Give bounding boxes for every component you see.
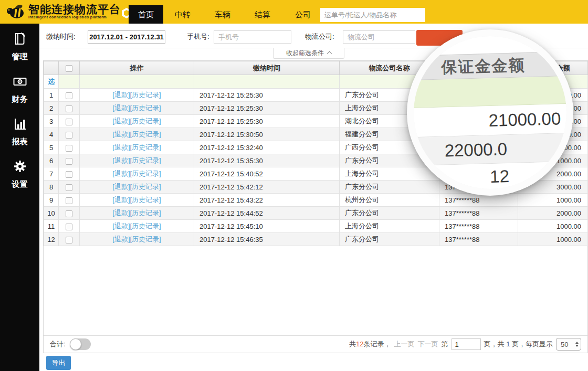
operation-cell: [退款][历史记录] (80, 154, 194, 167)
bee-logo-icon (5, 2, 26, 20)
phone-label: 手机号: (187, 32, 209, 41)
magnifier-lens-view: 保证金金额 21000.00 22000.0 12 (414, 36, 566, 189)
table-row: 11[退款][历史记录]2017-12-12 15:45:10上海分公司137*… (44, 220, 588, 233)
history-link[interactable]: [历史记录] (130, 235, 161, 243)
filter-cell (59, 75, 80, 89)
pay-time-cell: 2017-12-12 15:44:52 (194, 207, 340, 220)
row-number-cell: 6 (44, 154, 59, 167)
pay-time-range-input[interactable] (88, 30, 165, 44)
logistics-company-label: 物流公司: (305, 32, 334, 41)
nav-item-settlement[interactable]: 结算 (249, 5, 276, 24)
row-checkbox[interactable] (66, 92, 72, 99)
sidebar-item-label: 管理 (12, 52, 28, 62)
history-link[interactable]: [历史记录] (130, 169, 161, 177)
nav-item-vehicle[interactable]: 车辆 (209, 5, 236, 24)
sidebar-item-finance[interactable]: 财务 (0, 66, 39, 109)
history-link[interactable]: [历史记录] (130, 196, 161, 204)
history-link[interactable]: [历史记录] (130, 130, 161, 138)
refund-link[interactable]: [退款] (112, 169, 130, 177)
refund-link[interactable]: [退款] (112, 130, 130, 138)
row-select-cell (59, 89, 80, 102)
row-select-cell (59, 181, 80, 194)
row-checkbox[interactable] (66, 145, 72, 152)
row-number-cell: 3 (44, 115, 59, 128)
row-number-cell: 11 (44, 220, 59, 233)
history-link[interactable]: [历史记录] (130, 117, 161, 125)
refund-link[interactable]: [退款] (112, 117, 130, 125)
ledger-icon (13, 31, 27, 48)
prev-page-link[interactable]: 上一页 (394, 340, 415, 349)
operation-cell: [退款][历史记录] (80, 233, 194, 246)
history-link[interactable]: [历史记录] (130, 183, 161, 190)
row-checkbox[interactable] (66, 210, 72, 217)
refund-link[interactable]: [退款] (112, 183, 130, 190)
refund-link[interactable]: [退款] (112, 156, 130, 164)
pay-time-cell: 2017-12-12 15:46:35 (194, 233, 340, 246)
count-value: 12 (356, 340, 363, 348)
sidebar: 管理 财务 报表 (0, 24, 39, 371)
money-icon (13, 74, 27, 91)
history-link[interactable]: [历史记录] (130, 104, 161, 112)
row-checkbox[interactable] (66, 158, 72, 165)
page-size-select[interactable]: 50 (556, 338, 581, 351)
operation-header: 操作 (80, 61, 194, 75)
select-link[interactable]: 选 (44, 75, 59, 89)
sidebar-item-reports[interactable]: 报表 (0, 109, 39, 151)
row-checkbox[interactable] (66, 237, 72, 243)
page-size-value: 50 (561, 341, 568, 348)
refund-link[interactable]: [退款] (112, 235, 130, 243)
company-cell: 广东分公司 (340, 233, 439, 246)
global-search-input[interactable] (320, 8, 425, 22)
history-link[interactable]: [历史记录] (130, 156, 161, 164)
phone-input[interactable] (214, 30, 291, 44)
refund-link[interactable]: [退款] (112, 143, 130, 151)
refund-link[interactable]: [退款] (112, 209, 130, 217)
jump-label: 第 (442, 340, 448, 349)
refund-link[interactable]: [退款] (112, 104, 130, 112)
next-page-link[interactable]: 下一页 (418, 340, 438, 349)
row-checkbox[interactable] (66, 119, 72, 125)
row-checkbox[interactable] (66, 184, 72, 191)
row-checkbox[interactable] (66, 197, 72, 204)
row-number-cell: 12 (44, 233, 59, 246)
toggle-knob (70, 338, 81, 350)
pay-time-cell: 2017-12-12 15:45:10 (194, 220, 340, 233)
history-link[interactable]: [历史记录] (130, 143, 161, 151)
total-toggle[interactable] (70, 338, 91, 350)
row-checkbox[interactable] (66, 105, 72, 112)
pay-time-cell: 2017-12-12 15:40:52 (194, 167, 340, 181)
nav-item-company[interactable]: 公司 (290, 5, 316, 24)
refund-link[interactable]: [退款] (112, 222, 130, 230)
logistics-company-input[interactable] (343, 30, 415, 44)
row-checkbox[interactable] (66, 132, 72, 139)
spinner-arrows-icon (575, 342, 579, 347)
collapse-filters-tab[interactable]: 收起筛选条件 (273, 48, 344, 59)
history-link[interactable]: [历史记录] (130, 91, 161, 99)
history-link[interactable]: [历史记录] (130, 209, 161, 217)
history-link[interactable]: [历史记录] (130, 222, 161, 230)
filter-cell (80, 75, 194, 89)
operation-cell: [退款][历史记录] (80, 128, 194, 141)
row-checkbox[interactable] (66, 224, 72, 230)
amount-cell: 1000.00 (518, 220, 588, 233)
operation-cell: [退款][历史记录] (80, 89, 194, 102)
sidebar-item-management[interactable]: 管理 (0, 24, 39, 66)
pay-time-cell: 2017-12-12 15:43:22 (194, 194, 340, 207)
top-navbar: 智能连接物流平台 intelligent connection logistic… (0, 0, 588, 24)
export-button[interactable]: 导出 (46, 356, 71, 370)
row-checkbox[interactable] (66, 171, 72, 178)
refund-link[interactable]: [退款] (112, 196, 130, 204)
nav-item-home[interactable]: 首页 (129, 5, 163, 24)
row-select-cell (59, 194, 80, 207)
row-select-cell (59, 141, 80, 154)
row-number-header (44, 61, 59, 75)
pay-time-cell: 2017-12-12 15:32:40 (194, 141, 340, 154)
sidebar-item-settings[interactable]: 设置 (0, 151, 39, 194)
amount-cell: 1000.00 (518, 194, 588, 207)
refund-link[interactable]: [退款] (112, 91, 130, 99)
operation-cell: [退款][历史记录] (80, 115, 194, 128)
nav-item-transfer[interactable]: 中转 (169, 5, 196, 24)
page-number-input[interactable] (452, 338, 481, 350)
select-all-checkbox[interactable] (66, 65, 72, 72)
select-all-header (59, 61, 80, 75)
